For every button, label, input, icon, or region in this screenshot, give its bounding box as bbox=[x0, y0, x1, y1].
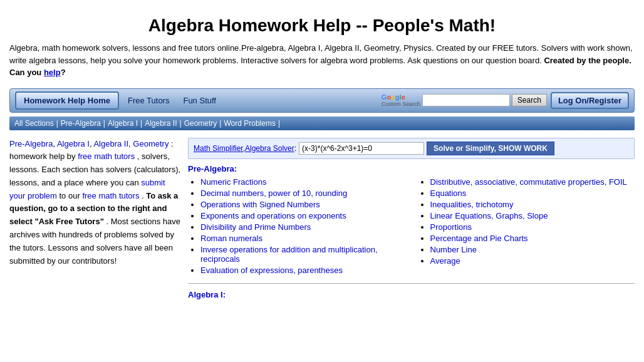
decimal-numbers-link[interactable]: Decimal numbers, power of 10, rounding bbox=[200, 189, 347, 198]
sub-nav-word-problems[interactable]: Word Problems bbox=[224, 119, 275, 128]
pre-algebra-topics-container: Numeric Fractions Decimal numbers, power… bbox=[188, 177, 635, 277]
logon-register-button[interactable]: Log On/Register bbox=[551, 92, 629, 109]
solve-simplify-button[interactable]: Solve or Simplify, SHOW WORK bbox=[427, 142, 554, 155]
fun-stuff-nav-link[interactable]: Fun Stuff bbox=[178, 93, 221, 108]
sub-nav-sep-5: | bbox=[219, 119, 221, 128]
list-item: Linear Equations, Graphs, Slope bbox=[430, 211, 635, 220]
list-item: Divisibility and Prime Numbers bbox=[200, 222, 405, 232]
algebra-i-link[interactable]: Algebra I bbox=[57, 139, 90, 148]
search-button[interactable]: Search bbox=[512, 94, 547, 106]
sub-nav-sep-6: | bbox=[278, 119, 280, 128]
section-divider bbox=[188, 283, 635, 284]
left-column: Pre-Algebra, Algebra I, Algebra II, Geom… bbox=[9, 138, 188, 299]
list-item: Inequalities, trichotomy bbox=[430, 200, 635, 209]
list-item: Distributive, associative, commutative p… bbox=[430, 177, 635, 187]
solver-bar: Math Simplifier,Algebra Solver: Solve or… bbox=[188, 138, 635, 159]
sub-nav-pre-algebra[interactable]: Pre-Algebra bbox=[61, 119, 101, 128]
algebra1-section-link[interactable]: Algebra I bbox=[188, 290, 223, 299]
exponents-link[interactable]: Exponents and operations on exponents bbox=[200, 211, 346, 220]
pre-algebra-right-topics: Distributive, associative, commutative p… bbox=[418, 177, 635, 277]
free-math-tutors-link-2[interactable]: free math tutors bbox=[82, 191, 139, 200]
list-item: Inverse operations for addition and mult… bbox=[200, 245, 405, 264]
sub-nav-sep-4: | bbox=[180, 119, 182, 128]
list-item: Equations bbox=[430, 189, 635, 198]
free-math-tutors-link-1[interactable]: free math tutors bbox=[78, 152, 135, 161]
evaluation-link[interactable]: Evaluation of expressions, parentheses bbox=[200, 266, 343, 275]
average-link[interactable]: Average bbox=[430, 256, 460, 266]
google-custom-search-label: Custom Search bbox=[382, 101, 420, 107]
list-item: Operations with Signed Numbers bbox=[200, 200, 405, 209]
list-item: Roman numerals bbox=[200, 234, 405, 243]
google-search-area: Google Custom Search Search bbox=[382, 93, 547, 107]
percentage-link[interactable]: Percentage and Pie Charts bbox=[430, 234, 528, 243]
sub-nav-sep-1: | bbox=[56, 119, 58, 128]
number-line-link[interactable]: Number Line bbox=[430, 245, 477, 254]
search-input[interactable] bbox=[422, 94, 510, 106]
intro-text-main: Algebra, math homework solvers, lessons … bbox=[9, 43, 633, 65]
google-logo-container: Google Custom Search bbox=[382, 93, 420, 107]
list-item: Percentage and Pie Charts bbox=[430, 234, 635, 243]
right-column: Math Simplifier,Algebra Solver: Solve or… bbox=[188, 138, 635, 299]
sub-nav-sep-2: | bbox=[103, 119, 105, 128]
algebra-ii-link[interactable]: Algebra II bbox=[93, 139, 128, 148]
list-item: Evaluation of expressions, parentheses bbox=[200, 266, 405, 275]
sub-nav-sep-3: | bbox=[140, 119, 142, 128]
algebra1-section-heading: Algebra I: bbox=[188, 290, 635, 299]
help-link[interactable]: help bbox=[44, 68, 61, 77]
google-logo: Google bbox=[382, 93, 420, 101]
geometry-link[interactable]: Geometry bbox=[133, 139, 169, 148]
sub-nav-all-sections[interactable]: All Sections bbox=[14, 119, 54, 128]
solver-input[interactable] bbox=[299, 142, 424, 155]
pre-algebra-link[interactable]: Pre-Algebra bbox=[9, 139, 53, 148]
site-title: Algebra Homework Help -- People's Math! bbox=[9, 6, 635, 42]
pre-algebra-left-topics: Numeric Fractions Decimal numbers, power… bbox=[188, 177, 405, 277]
intro-paragraph: Algebra, math homework solvers, lessons … bbox=[9, 42, 635, 79]
left-text-3: to our bbox=[60, 191, 80, 200]
homework-help-home-button[interactable]: Homework Help Home bbox=[15, 91, 119, 110]
roman-numerals-link[interactable]: Roman numerals bbox=[200, 234, 262, 243]
linear-equations-link[interactable]: Linear Equations, Graphs, Slope bbox=[430, 211, 548, 220]
operations-signed-link[interactable]: Operations with Signed Numbers bbox=[200, 200, 320, 209]
math-simplifier-link[interactable]: Math Simplifier,Algebra Solver bbox=[194, 144, 294, 153]
list-item: Average bbox=[430, 256, 635, 266]
divisibility-link[interactable]: Divisibility and Prime Numbers bbox=[200, 222, 311, 232]
main-content: Pre-Algebra, Algebra I, Algebra II, Geom… bbox=[9, 138, 635, 299]
inequalities-link[interactable]: Inequalities, trichotomy bbox=[430, 200, 514, 209]
list-item: Exponents and operations on exponents bbox=[200, 211, 405, 220]
solver-label: Math Simplifier,Algebra Solver: bbox=[194, 144, 296, 153]
free-tutors-nav-link[interactable]: Free Tutors bbox=[123, 93, 174, 108]
pre-algebra-section-link[interactable]: Pre-Algebra bbox=[188, 164, 234, 173]
distributive-link[interactable]: Distributive, associative, commutative p… bbox=[430, 177, 627, 187]
equations-link[interactable]: Equations bbox=[430, 189, 467, 198]
sub-nav-geometry[interactable]: Geometry bbox=[184, 119, 217, 128]
nav-bar: Homework Help Home Free Tutors Fun Stuff… bbox=[9, 88, 635, 113]
list-item: Numeric Fractions bbox=[200, 177, 405, 187]
inverse-ops-link[interactable]: Inverse operations for addition and mult… bbox=[200, 245, 378, 264]
list-item: Proportions bbox=[430, 222, 635, 232]
sub-nav-algebra-1[interactable]: Algebra I bbox=[108, 119, 138, 128]
sub-nav-algebra-2[interactable]: Algebra II bbox=[145, 119, 177, 128]
list-item: Number Line bbox=[430, 245, 635, 254]
numeric-fractions-link[interactable]: Numeric Fractions bbox=[200, 177, 266, 187]
intro-end: ? bbox=[61, 68, 66, 77]
proportions-link[interactable]: Proportions bbox=[430, 222, 472, 232]
pre-algebra-section-heading: Pre-Algebra: bbox=[188, 164, 635, 173]
sub-nav: All Sections | Pre-Algebra | Algebra I |… bbox=[9, 116, 635, 130]
list-item: Decimal numbers, power of 10, rounding bbox=[200, 189, 405, 198]
